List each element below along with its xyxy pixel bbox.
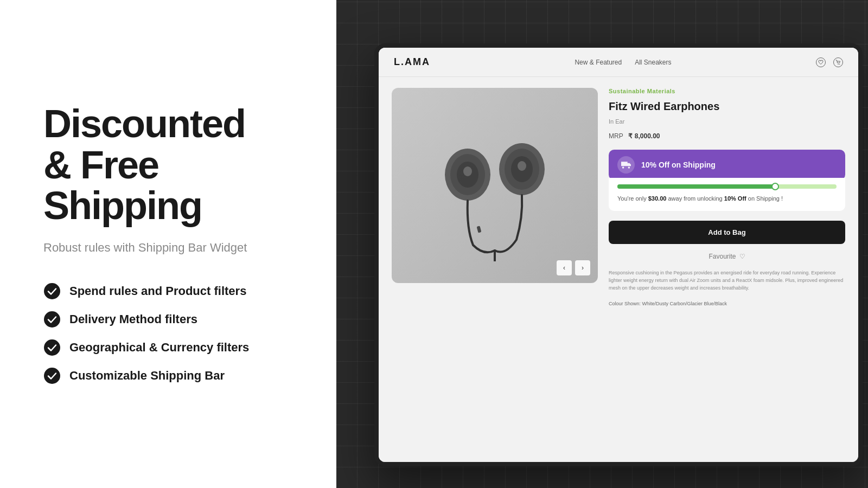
progress-discount: 10% Off — [724, 195, 746, 202]
feature-text-delivery: Delivery Method filters — [69, 312, 197, 326]
svg-point-2 — [44, 339, 60, 356]
svg-point-9 — [463, 166, 472, 176]
main-title: Discounted & Free Shipping — [43, 104, 293, 227]
check-icon-delivery — [43, 311, 61, 328]
favourite-label: Favourite — [709, 253, 736, 260]
svg-point-0 — [44, 283, 60, 299]
check-icon-customizable — [43, 367, 61, 384]
store-nav: L.AMA New & Featured All Sneakers — [379, 48, 858, 77]
shipping-banner: 10% Off on Shipping — [609, 150, 845, 180]
subtitle: Robust rules with Shipping Bar Widget — [43, 240, 293, 256]
earphones-illustration — [419, 110, 571, 261]
check-icon-spend — [43, 282, 61, 300]
feature-item-delivery: Delivery Method filters — [43, 311, 293, 328]
right-panel: L.AMA New & Featured All Sneakers — [336, 0, 868, 488]
shipping-widget: 10% Off on Shipping You're only $30.00 a… — [609, 147, 845, 211]
svg-point-16 — [622, 166, 624, 169]
progress-thumb — [771, 183, 779, 190]
left-panel: Discounted & Free Shipping Robust rules … — [0, 0, 336, 488]
product-description: Responsive cushioning in the Pegasus pro… — [609, 269, 845, 292]
product-colour: Colour Shown: White/Dusty Carbon/Glacier… — [609, 301, 845, 306]
svg-point-1 — [44, 311, 60, 328]
image-prev-btn[interactable]: ‹ — [557, 260, 572, 275]
product-info: Sustainable Materials Fitz Wired Earphon… — [609, 88, 845, 451]
svg-point-13 — [518, 161, 526, 171]
shipping-truck-icon — [617, 156, 635, 174]
device-frame: L.AMA New & Featured All Sneakers — [374, 43, 863, 466]
feature-item-customizable: Customizable Shipping Bar — [43, 367, 293, 384]
image-next-btn[interactable]: › — [575, 260, 590, 275]
nav-link-new[interactable]: New & Featured — [575, 59, 622, 66]
product-price: MRP ₹ 8,000.00 — [609, 132, 845, 140]
store-ui: L.AMA New & Featured All Sneakers — [379, 48, 858, 462]
feature-list: Spend rules and Product filters Delivery… — [43, 282, 293, 384]
nav-icons — [816, 57, 843, 67]
progress-prefix: You're only — [617, 195, 648, 202]
product-type: In Ear — [609, 118, 845, 125]
svg-point-5 — [839, 63, 840, 65]
check-icon-geo — [43, 339, 61, 356]
product-image-container: ‹ › — [392, 88, 598, 283]
feature-text-geo: Geographical & Currency filters — [69, 341, 249, 355]
cart-icon[interactable] — [833, 57, 843, 67]
svg-point-17 — [628, 166, 630, 169]
price-label: MRP — [609, 132, 623, 140]
product-image-bg — [392, 88, 598, 283]
store-nav-links: New & Featured All Sneakers — [575, 59, 671, 66]
product-category: Sustainable Materials — [609, 88, 845, 94]
svg-rect-15 — [477, 226, 482, 233]
progress-suffix: on Shipping ! — [746, 195, 783, 202]
feature-item-spend-rules: Spend rules and Product filters — [43, 282, 293, 300]
svg-point-4 — [838, 63, 839, 65]
progress-bar-fill — [617, 184, 775, 189]
progress-bar-container — [617, 184, 837, 189]
nav-link-sneakers[interactable]: All Sneakers — [635, 59, 671, 66]
svg-point-3 — [44, 368, 60, 384]
progress-text: You're only $30.00 away from unlocking 1… — [617, 194, 837, 203]
store-content: ‹ › Sustainable Materials Fitz Wired Ear… — [379, 77, 858, 462]
feature-text-customizable: Customizable Shipping Bar — [69, 369, 225, 383]
feature-text-spend: Spend rules and Product filters — [69, 284, 246, 298]
store-logo: L.AMA — [394, 56, 430, 68]
favourite-row: Favourite ♡ — [609, 253, 845, 260]
image-nav: ‹ › — [557, 260, 590, 275]
progress-middle: away from unlocking — [666, 195, 724, 202]
shipping-banner-text: 10% Off on Shipping — [641, 160, 716, 169]
feature-item-geo: Geographical & Currency filters — [43, 339, 293, 356]
product-name: Fitz Wired Earphones — [609, 100, 845, 113]
progress-section: You're only $30.00 away from unlocking 1… — [609, 178, 845, 211]
progress-amount: $30.00 — [648, 195, 667, 202]
favourite-heart-icon[interactable]: ♡ — [739, 253, 745, 260]
price-value: ₹ 8,000.00 — [628, 132, 660, 140]
add-to-bag-button[interactable]: Add to Bag — [609, 221, 845, 244]
wishlist-icon[interactable] — [816, 57, 826, 67]
